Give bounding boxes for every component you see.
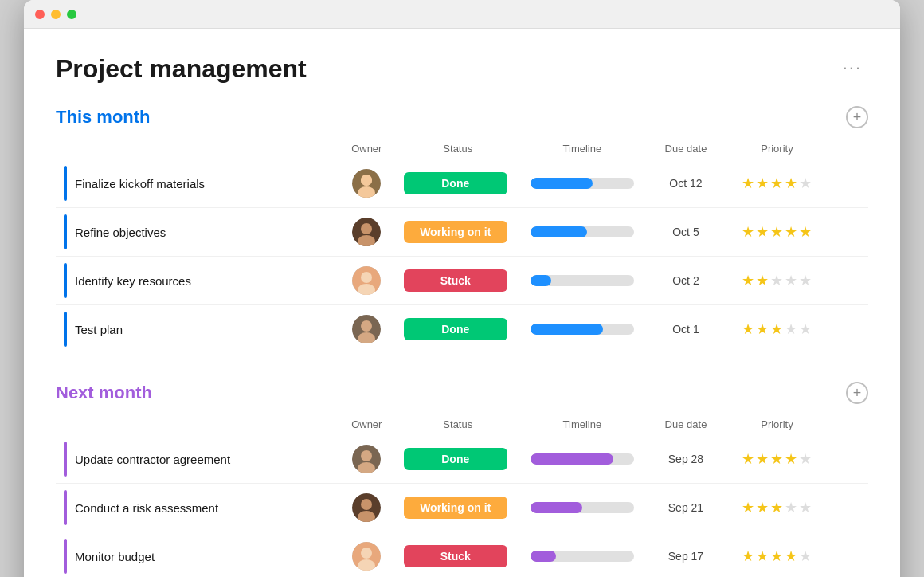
status-badge[interactable]: Working on it <box>404 497 507 519</box>
action-cell <box>827 484 868 532</box>
owner-cell <box>338 257 396 305</box>
row-border <box>64 539 67 574</box>
table-row: Finalize kickoff materials Done <box>56 159 868 208</box>
row-border <box>64 263 67 298</box>
col-duedate-this-month: Due date <box>644 138 727 159</box>
status-cell: Working on it <box>396 484 520 532</box>
timeline-fill <box>531 226 588 237</box>
owner-cell <box>338 305 396 354</box>
timeline-bar <box>531 178 634 189</box>
task-name: Conduct a risk assessment <box>75 501 218 515</box>
due-date: Sep 17 <box>652 550 719 563</box>
minimize-dot[interactable] <box>51 10 61 19</box>
row-border <box>64 442 67 477</box>
row-border <box>64 490 67 525</box>
timeline-fill <box>531 275 551 286</box>
table-row: Update contractor agreement Done <box>56 435 868 484</box>
duedate-cell: Sep 21 <box>644 484 727 532</box>
table-row: Identify key resources Stuck <box>56 257 868 305</box>
task-name-cell: Identify key resources <box>56 257 338 305</box>
star-icon: ★ <box>785 272 797 289</box>
status-badge[interactable]: Done <box>404 448 507 470</box>
task-table-next-month: Owner Status Timeline Due date Priority … <box>56 414 868 577</box>
action-cell <box>827 435 868 484</box>
sections-container: This month + Owner Status Timeline Due d… <box>56 106 868 577</box>
priority-stars: ★★★★★ <box>735 320 819 338</box>
priority-cell: ★★★★★ <box>727 159 827 208</box>
star-icon: ★ <box>770 499 783 516</box>
svg-point-8 <box>361 272 372 283</box>
status-badge[interactable]: Done <box>404 172 507 194</box>
star-icon: ★ <box>770 223 783 241</box>
star-icon: ★ <box>785 499 797 516</box>
col-action-this-month <box>827 138 868 159</box>
avatar <box>352 315 381 343</box>
task-table-this-month: Owner Status Timeline Due date Priority … <box>56 138 868 353</box>
timeline-cell <box>520 484 644 532</box>
section-next-month: Next month + Owner Status Timeline Due d… <box>56 382 868 577</box>
avatar <box>352 445 381 473</box>
col-status-this-month: Status <box>396 138 520 159</box>
owner-cell <box>338 208 396 257</box>
task-name: Update contractor agreement <box>75 453 230 466</box>
timeline-cell <box>520 532 644 578</box>
timeline-fill <box>531 324 603 335</box>
status-cell: Done <box>396 159 520 208</box>
add-button-this-month[interactable]: + <box>846 106 868 128</box>
status-badge[interactable]: Working on it <box>404 221 507 243</box>
col-priority-next-month: Priority <box>727 414 827 435</box>
star-icon: ★ <box>799 320 812 338</box>
action-cell <box>827 305 868 354</box>
section-this-month: This month + Owner Status Timeline Due d… <box>56 106 868 353</box>
priority-stars: ★★★★★ <box>735 272 819 289</box>
table-row: Test plan Done <box>56 305 868 354</box>
maximize-dot[interactable] <box>67 10 76 19</box>
star-icon: ★ <box>742 450 754 468</box>
row-border <box>64 166 67 201</box>
star-icon: ★ <box>770 175 783 192</box>
task-name: Identify key resources <box>75 274 191 288</box>
timeline-bar <box>531 551 634 562</box>
duedate-cell: Sep 17 <box>644 532 727 578</box>
add-button-next-month[interactable]: + <box>846 382 868 404</box>
status-badge[interactable]: Stuck <box>404 269 507 292</box>
timeline-fill <box>531 453 613 465</box>
task-name: Finalize kickoff materials <box>75 177 205 190</box>
owner-cell <box>338 532 396 578</box>
title-bar <box>24 0 900 29</box>
task-name-cell: Finalize kickoff materials <box>56 159 338 208</box>
task-name-cell: Monitor budget <box>56 532 338 578</box>
due-date: Oct 12 <box>652 177 719 190</box>
task-name-cell: Test plan <box>56 305 338 354</box>
status-cell: Stuck <box>396 257 520 305</box>
status-badge[interactable]: Stuck <box>404 545 507 567</box>
star-icon: ★ <box>742 223 754 241</box>
duedate-cell: Oct 12 <box>644 159 727 208</box>
action-cell <box>827 532 868 578</box>
star-icon: ★ <box>799 499 812 516</box>
avatar <box>352 218 381 246</box>
star-icon: ★ <box>756 548 769 565</box>
app-window: Project management ··· This month + Owne… <box>24 0 900 577</box>
section-header-this-month: This month + <box>56 106 868 128</box>
status-badge[interactable]: Done <box>404 318 507 340</box>
star-icon: ★ <box>785 320 797 338</box>
col-timeline-this-month: Timeline <box>520 138 644 159</box>
col-status-next-month: Status <box>396 414 520 435</box>
page-header: Project management ··· <box>56 54 868 84</box>
priority-cell: ★★★★★ <box>727 484 827 532</box>
timeline-bar <box>531 453 634 465</box>
star-icon: ★ <box>799 548 812 565</box>
timeline-bar <box>531 275 634 286</box>
star-icon: ★ <box>742 499 754 516</box>
star-icon: ★ <box>770 450 783 468</box>
owner-cell <box>338 435 396 484</box>
close-dot[interactable] <box>35 10 45 19</box>
timeline-cell <box>520 208 644 257</box>
more-button[interactable]: ··· <box>836 54 868 81</box>
due-date: Oct 2 <box>652 274 719 287</box>
star-icon: ★ <box>756 272 769 289</box>
timeline-bar <box>531 502 634 513</box>
star-icon: ★ <box>799 272 812 289</box>
star-icon: ★ <box>742 548 754 565</box>
